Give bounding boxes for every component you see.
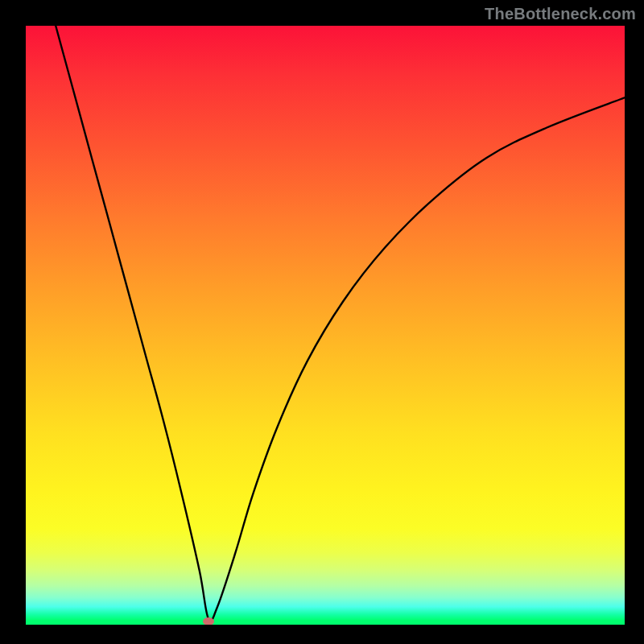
plot-area bbox=[26, 26, 625, 625]
bottleneck-curve bbox=[56, 26, 625, 621]
minimum-marker bbox=[203, 617, 214, 625]
chart-frame: TheBottleneck.com bbox=[0, 0, 644, 644]
watermark-text: TheBottleneck.com bbox=[485, 5, 636, 23]
curve-layer bbox=[26, 26, 625, 625]
